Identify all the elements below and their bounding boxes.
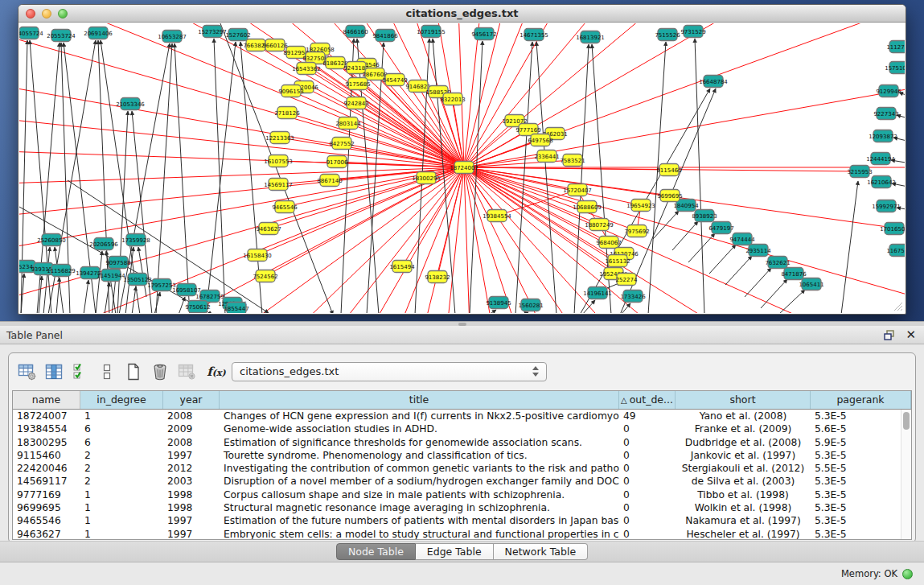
- graph-node[interactable]: 8867140: [317, 175, 342, 187]
- graph-node[interactable]: 1855447: [224, 303, 248, 314]
- column-header-out_de[interactable]: △out_de...: [619, 391, 676, 409]
- graph-node[interactable]: 16648784: [699, 76, 728, 88]
- graph-node[interactable]: 12444194: [866, 153, 895, 165]
- table-cell[interactable]: 5.3E-5: [811, 501, 901, 514]
- table-cell[interactable]: 1997: [163, 449, 220, 462]
- table-row[interactable]: 1938455462009Genome-wide association stu…: [13, 422, 901, 435]
- graph-node[interactable]: 8466160: [343, 26, 368, 38]
- table-cell[interactable]: 0: [619, 514, 676, 527]
- table-cell[interactable]: 2: [80, 462, 163, 475]
- tab-node-table[interactable]: Node Table: [336, 543, 416, 560]
- graph-node[interactable]: 9227343: [873, 108, 898, 120]
- table-row[interactable]: 1456911722003Disruption of a novel membe…: [13, 475, 901, 488]
- graph-node[interactable]: 9175685: [345, 78, 370, 90]
- table-cell[interactable]: 0: [619, 488, 676, 501]
- column-header-title[interactable]: title: [220, 391, 619, 409]
- table-cell[interactable]: 2012: [163, 462, 220, 475]
- table-cell[interactable]: Embryonic stem cells: a model to study s…: [220, 528, 619, 539]
- graph-node[interactable]: 8471876: [781, 268, 807, 280]
- graph-node[interactable]: 9096153: [278, 85, 303, 97]
- graph-node[interactable]: 20553724: [47, 30, 76, 42]
- graph-node[interactable]: 21053346: [116, 98, 145, 110]
- column-header-year[interactable]: year: [163, 391, 220, 409]
- delete-table-icon[interactable]: [175, 359, 199, 385]
- table-cell[interactable]: Corpus callosum shape and size in male p…: [220, 488, 619, 501]
- column-header-name[interactable]: name: [13, 391, 80, 409]
- table-row[interactable]: 946362711997Embryonic stem cells: a mode…: [13, 528, 901, 539]
- function-builder-icon[interactable]: f(x): [201, 359, 232, 385]
- table-row[interactable]: 2242004622012Investigating the contribut…: [13, 462, 901, 475]
- row-height-icon[interactable]: [95, 359, 119, 385]
- table-cell[interactable]: 1: [80, 488, 163, 501]
- table-cell[interactable]: Nakamura et al. (1997): [676, 514, 811, 527]
- graph-node[interactable]: 9456172: [471, 28, 496, 40]
- graph-node[interactable]: 9465546: [272, 201, 298, 213]
- show-columns-icon[interactable]: [42, 359, 66, 385]
- table-cell[interactable]: 9463627: [13, 528, 80, 539]
- graph-node[interactable]: 9129946: [876, 85, 901, 97]
- graph-node[interactable]: 6497568: [528, 134, 552, 146]
- table-cell[interactable]: Estimation of the future numbers of pati…: [220, 514, 619, 527]
- tab-network-table[interactable]: Network Table: [494, 543, 589, 560]
- graph-node[interactable]: 252274: [616, 274, 638, 286]
- graph-node[interactable]: 1615494: [389, 261, 415, 273]
- graph-node[interactable]: 25260850: [37, 234, 66, 246]
- scrollbar-thumb[interactable]: [903, 412, 910, 430]
- table-row[interactable]: 1830029562008Estimation of significance …: [13, 436, 901, 449]
- table-cell[interactable]: 9115460: [13, 449, 80, 462]
- table-cell[interactable]: Jankovic et al. (1997): [676, 449, 811, 462]
- graph-node[interactable]: 17359928: [121, 234, 150, 246]
- float-panel-icon[interactable]: [884, 330, 896, 340]
- table-cell[interactable]: Franke et al. (2009): [676, 422, 811, 435]
- graph-node[interactable]: 24055724: [19, 27, 43, 39]
- table-cell[interactable]: 1: [80, 514, 163, 527]
- table-cell[interactable]: 19384554: [13, 422, 80, 435]
- graph-node[interactable]: 9841866: [372, 30, 398, 42]
- close-panel-icon[interactable]: ✕: [906, 329, 916, 341]
- table-cell[interactable]: 5.6E-5: [811, 422, 901, 435]
- table-cell[interactable]: Genome-wide association studies in ADHD.: [220, 422, 619, 435]
- table-cell[interactable]: 1: [80, 501, 163, 514]
- close-window-button[interactable]: [26, 9, 35, 19]
- graph-node[interactable]: 9474444: [729, 233, 755, 245]
- table-cell[interactable]: Estimation of significance thresholds fo…: [220, 436, 619, 449]
- table-cell[interactable]: 0: [619, 422, 676, 435]
- table-cell[interactable]: 2008: [163, 436, 220, 449]
- table-cell[interactable]: Dudbridge et al. (2008): [676, 436, 811, 449]
- table-cell[interactable]: 9699695: [13, 501, 80, 514]
- table-cell[interactable]: 6: [80, 436, 163, 449]
- table-cell[interactable]: 0: [619, 436, 676, 449]
- table-cell[interactable]: 5.3E-5: [811, 475, 901, 488]
- table-source-combobox[interactable]: citations_edges.txt: [232, 362, 547, 381]
- zoom-window-button[interactable]: [58, 9, 68, 19]
- table-cell[interactable]: Hescheler et al. (1997): [676, 528, 811, 539]
- table-cell[interactable]: 0: [619, 462, 676, 475]
- graph-node[interactable]: 10653287: [158, 31, 187, 43]
- graph-node[interactable]: 16210643: [867, 176, 896, 188]
- table-cell[interactable]: Investigating the contribution of common…: [220, 462, 619, 475]
- table-cell[interactable]: 5.3E-5: [811, 449, 901, 462]
- graph-node[interactable]: 9138945: [486, 297, 511, 309]
- table-cell[interactable]: 2: [80, 475, 163, 488]
- graph-node[interactable]: 1733426: [620, 290, 646, 303]
- table-mode-icon[interactable]: [15, 359, 39, 385]
- graph-node[interactable]: 14196141: [583, 287, 612, 299]
- table-cell[interactable]: 1997: [163, 528, 220, 539]
- table-cell[interactable]: 18724007: [13, 410, 80, 422]
- table-cell[interactable]: 49: [619, 410, 676, 422]
- column-header-short[interactable]: short: [676, 391, 811, 409]
- table-cell[interactable]: 2009: [163, 422, 220, 435]
- graph-node[interactable]: 16107553: [264, 155, 293, 167]
- graph-node[interactable]: 14569117: [264, 179, 293, 191]
- new-column-icon[interactable]: [121, 359, 146, 385]
- graph-node[interactable]: 10688609: [573, 201, 602, 213]
- graph-node[interactable]: 8454749: [382, 74, 407, 86]
- delete-column-icon[interactable]: [148, 359, 172, 385]
- graph-node[interactable]: 19384554: [483, 210, 511, 222]
- graph-node[interactable]: 9115460: [656, 164, 681, 176]
- graph-node[interactable]: 8322013: [440, 93, 465, 105]
- table-cell[interactable]: Structural magnetic resonance image aver…: [220, 501, 619, 514]
- table-cell[interactable]: 6: [80, 422, 163, 435]
- graph-node[interactable]: 2803144: [335, 117, 361, 130]
- column-header-pagerank[interactable]: pagerank: [811, 391, 911, 409]
